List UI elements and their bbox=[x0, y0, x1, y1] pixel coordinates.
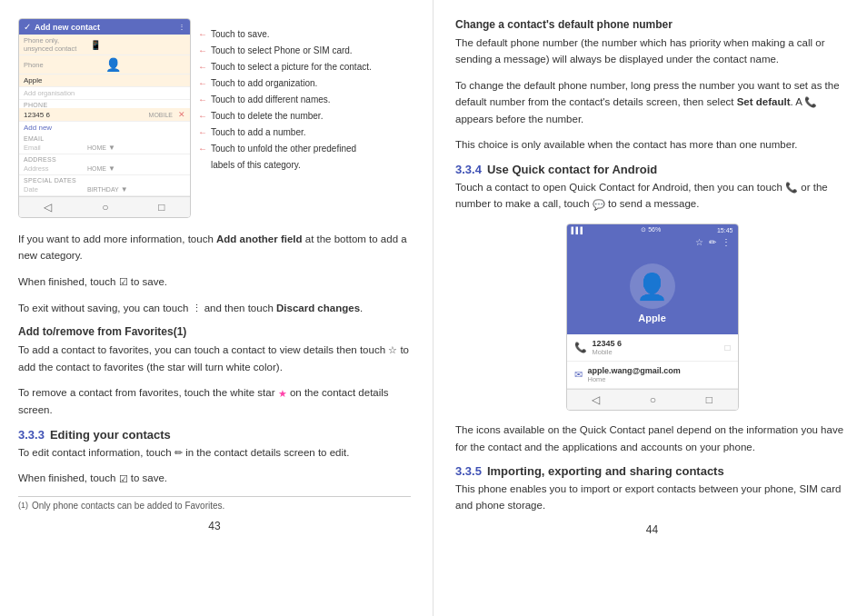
para-change3: This choice is only available when the c… bbox=[455, 136, 849, 153]
page-number-left: 43 bbox=[18, 520, 411, 532]
contact-email-type: Home bbox=[588, 375, 731, 383]
annotation-text-5: Touch to add different names. bbox=[211, 94, 331, 104]
org-label: Add organisation bbox=[24, 89, 87, 97]
right-page: Change a contact's default phone number … bbox=[434, 0, 867, 616]
filled-star-icon: ★ bbox=[278, 386, 287, 402]
message-action-icon: □ bbox=[724, 343, 730, 353]
subheading-335-title: Importing, exporting and sharing contact… bbox=[487, 464, 724, 478]
phone-topbar-title: Add new contact bbox=[35, 23, 178, 32]
annotation-text-7: Touch to add a number. bbox=[211, 127, 306, 137]
para-import: This phone enables you to import or expo… bbox=[455, 481, 849, 514]
phone-contact-icon: 📞 bbox=[574, 342, 587, 353]
phone-row-unsynced: Phone only, unsynced contact 📱 bbox=[19, 35, 190, 55]
phone-row-org: Add organisation bbox=[19, 87, 190, 100]
phone-section-label: PHONE bbox=[19, 100, 190, 108]
contact-info-phone: 12345 6 Mobile bbox=[593, 339, 725, 356]
avatar-person-icon: 👤 bbox=[636, 272, 668, 302]
phone-row-address: Address HOME ▼ bbox=[19, 163, 190, 175]
email-type: HOME bbox=[87, 144, 106, 151]
heading-change: Change a contact's default phone number bbox=[455, 18, 849, 31]
footnote-marker: (1) bbox=[18, 501, 28, 510]
star-outline-icon: ☆ bbox=[695, 237, 703, 247]
arrow-icon-2: ← bbox=[198, 45, 207, 55]
annotation-1: ← Touch to save. bbox=[198, 25, 372, 42]
avatar-circle: 👤 bbox=[630, 263, 675, 309]
checkmark-icon: ✓ bbox=[24, 22, 31, 32]
contact-name-display: Apple bbox=[638, 313, 666, 323]
phone-label: Phone bbox=[24, 61, 87, 69]
para-exit-discard: To exit without saving, you can touch ⋮ … bbox=[18, 300, 411, 317]
para-edit1: To edit contact information, touch ✏ in … bbox=[18, 444, 411, 462]
para-favorites2: To remove a contact from favorites, touc… bbox=[18, 384, 411, 418]
para-favorites1: To add a contact to favorites, you can t… bbox=[18, 342, 411, 375]
contact-info-email: apple.wang@gmail.com Home bbox=[588, 366, 731, 383]
subheading-333: 3.3.3 bbox=[18, 428, 45, 442]
checkmark-inline-icon: ☑ bbox=[119, 274, 128, 291]
annotation-6: ← Touch to delete the number. bbox=[198, 107, 372, 124]
email-placeholder: Email bbox=[24, 144, 87, 152]
back-nav-icon: ◁ bbox=[592, 393, 600, 406]
recent-nav-icon: □ bbox=[706, 393, 713, 406]
footnote: (1) Only phone contacts can be added to … bbox=[18, 496, 411, 511]
para-change1: The default phone number (the number whi… bbox=[455, 35, 849, 68]
phone-mockup-container: ✓ Add new contact ⋮ Phone only, unsynced… bbox=[18, 18, 411, 218]
address-type: HOME bbox=[87, 165, 106, 172]
phone-row-email: Email HOME ▼ bbox=[19, 142, 190, 154]
contact-phone-type: Mobile bbox=[593, 348, 725, 356]
phone-screen-left: ✓ Add new contact ⋮ Phone only, unsynced… bbox=[18, 18, 191, 218]
wifi-icon: ⊙ 56% bbox=[641, 226, 661, 233]
phone-row-photo: Phone 👤 bbox=[19, 55, 190, 75]
email-section-label: EMAIL bbox=[19, 134, 190, 142]
contact-phone-number: 12345 6 bbox=[593, 339, 725, 348]
arrow-icon-5: ← bbox=[198, 94, 207, 104]
annotation-text-9: labels of this category. bbox=[211, 160, 301, 170]
arrow-icon-3: ← bbox=[198, 62, 207, 72]
unsynced-label: Phone only, unsynced contact bbox=[24, 36, 87, 53]
checkmark-edit-icon: ☑ bbox=[119, 472, 128, 488]
phone-contact-row-email: ✉ apple.wang@gmail.com Home bbox=[567, 362, 738, 389]
subheading-334-title: Use Quick contact for Android bbox=[487, 163, 657, 176]
phone-inline-icon: 📞 bbox=[804, 94, 817, 111]
sim-icon: 📱 bbox=[90, 40, 101, 50]
phone-topbar-icons: ⋮ bbox=[178, 23, 185, 31]
more-icon: ⋮ bbox=[722, 237, 731, 247]
para-quick1: Touch a contact to open Quick Contact fo… bbox=[455, 179, 849, 214]
message-icon: 💬 bbox=[593, 197, 605, 214]
back-icon: ◁ bbox=[44, 201, 52, 214]
edit-icon: ✏ bbox=[174, 445, 183, 462]
add-new-btn: Add new bbox=[19, 122, 190, 134]
dots-icon: ⋮ bbox=[192, 301, 202, 317]
subheading-334: 3.3.4 bbox=[455, 163, 482, 176]
date-type: BIRTHDAY bbox=[87, 186, 119, 193]
para-add-more: If you want to add more information, tou… bbox=[18, 231, 411, 264]
subheading-335: 3.3.5 bbox=[455, 464, 482, 478]
annotation-text-2: Touch to select Phone or SIM card. bbox=[211, 45, 353, 55]
mobile-type: MOBILE bbox=[149, 112, 173, 118]
left-page: ✓ Add new contact ⋮ Phone only, unsynced… bbox=[0, 0, 434, 616]
phone-right-navbar: ◁ ○ □ bbox=[567, 389, 738, 410]
page-number-right: 44 bbox=[455, 523, 849, 536]
star-icon: ☆ bbox=[388, 343, 397, 359]
phone-navbar: ◁ ○ □ bbox=[19, 196, 190, 217]
phone-avatar-area: 👤 Apple bbox=[567, 250, 738, 334]
address-section-label: ADDRESS bbox=[19, 154, 190, 163]
pencil-icon: ✏ bbox=[709, 237, 716, 247]
annotation-text-3: Touch to select a picture for the contac… bbox=[211, 62, 372, 72]
arrow-icon-7: ← bbox=[198, 127, 207, 137]
apple-value: Apple bbox=[24, 76, 185, 84]
arrow-icon-4: ← bbox=[198, 78, 207, 88]
phone-screen-right: ▌▌▌ ⊙ 56% 15:45 ☆ ✏ ⋮ 👤 Apple 📞 12345 6 … bbox=[566, 224, 739, 411]
annotations: ← Touch to save. ← Touch to select Phone… bbox=[198, 18, 372, 218]
annotation-9: labels of this category. bbox=[198, 156, 372, 173]
dates-section-label: SPECIAL DATES bbox=[19, 175, 190, 184]
home-nav-icon: ○ bbox=[650, 393, 656, 406]
annotation-text-4: Touch to add organization. bbox=[211, 78, 317, 88]
date-placeholder: Date bbox=[24, 185, 87, 194]
annotation-5: ← Touch to add different names. bbox=[198, 91, 372, 107]
para-edit2: When finished, touch ☑ to save. bbox=[18, 470, 411, 487]
phone-row-number: 12345 6 MOBILE ✕ bbox=[19, 108, 190, 122]
section-333-header: 3.3.3 Editing your contacts bbox=[18, 428, 411, 442]
phone-row-apple: Apple bbox=[19, 75, 190, 87]
signal-icon: ▌▌▌ bbox=[572, 227, 585, 233]
phone-topbar: ✓ Add new contact ⋮ bbox=[19, 19, 190, 35]
